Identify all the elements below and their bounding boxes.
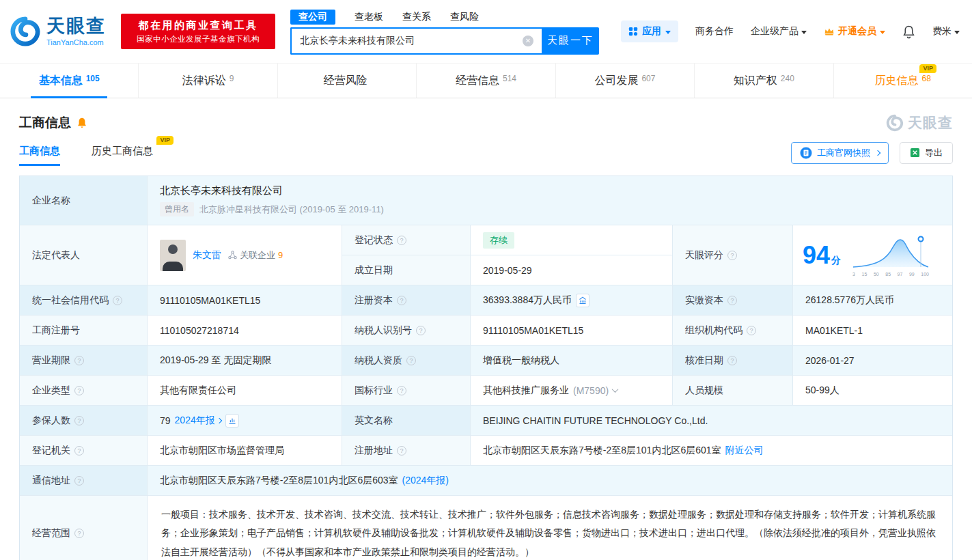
tab-operation-risk[interactable]: 经营风险 (277, 64, 416, 98)
field-value-mail-address: 北京市朝阳区天辰东路7号楼-2至8层101内北区6层603室 (2024年报) (148, 466, 952, 496)
search-input[interactable] (290, 27, 542, 55)
help-icon[interactable] (727, 251, 737, 260)
header-menu: 应用 商务合作 企业级产品 开通会员 (621, 20, 960, 42)
export-button[interactable]: 导出 (900, 142, 953, 164)
field-value-industry: 其他科技推广服务业 (M7590) (471, 376, 673, 406)
logo-swirl-icon (10, 16, 41, 47)
username-label: 费米 (932, 25, 952, 38)
capital-structure-icon[interactable] (576, 294, 589, 307)
search-area: 查公司 查老板 查关系 查风险 ✕ 天眼一下 (290, 9, 599, 55)
help-icon[interactable] (397, 296, 406, 305)
field-label-staff-size: 人员规模 (673, 376, 793, 406)
official-snapshot-button[interactable]: 工商官网快照 (791, 142, 889, 164)
field-label-industry: 国标行业 (342, 376, 471, 406)
tab-intellectual-property[interactable]: 知识产权 240 (694, 64, 833, 98)
business-cooperation-link[interactable]: 商务合作 (695, 25, 734, 38)
field-label-reg-no: 工商注册号 (20, 316, 148, 346)
help-icon[interactable] (74, 446, 84, 456)
help-icon[interactable] (74, 386, 84, 395)
field-value-score: 94 分 (793, 225, 952, 285)
field-label-authority: 登记机关 (20, 436, 148, 466)
help-icon[interactable] (74, 476, 84, 486)
help-icon[interactable] (74, 356, 84, 365)
chevron-right-icon (216, 417, 221, 423)
field-value-english-name: BEIJING CHAITIN FUTURE TECHNOLOGY Co.,Lt… (471, 406, 952, 436)
watermark-text: 天眼查 (908, 113, 953, 132)
field-label-credit-code: 统一社会信用代码 (20, 285, 148, 316)
help-icon[interactable] (397, 386, 406, 395)
help-icon[interactable] (416, 326, 426, 335)
tab-company-development[interactable]: 公司发展 607 (555, 64, 694, 98)
page: 天眼查 TianYanCha.com 都在用的商业查询工具 国家中小企业发展子基… (0, 0, 972, 560)
enterprise-product-menu[interactable]: 企业级产品 (751, 25, 807, 38)
search-tab-company[interactable]: 查公司 (290, 10, 335, 25)
chevron-down-icon[interactable] (612, 386, 619, 393)
field-value-legal-rep: 朱文雷 关联企业 9 (148, 225, 342, 285)
nearby-companies-link[interactable]: 附近公司 (725, 445, 764, 457)
help-icon[interactable] (406, 356, 416, 365)
tab-legal-litigation[interactable]: 法律诉讼 9 (138, 64, 277, 98)
related-companies-link[interactable]: 关联企业 9 (228, 249, 283, 262)
user-menu[interactable]: 费米 (932, 25, 960, 38)
crown-icon (824, 27, 835, 36)
chevron-right-icon (875, 150, 880, 155)
subtab-business-info[interactable]: 工商信息 (19, 139, 60, 166)
related-network-icon (228, 251, 237, 260)
score-distribution-chart: 31550859799100 (850, 234, 931, 277)
tab-basic-info[interactable]: 基本信息 105 (0, 64, 138, 98)
logo-title: 天眼查 (46, 17, 106, 36)
help-icon[interactable] (74, 529, 84, 538)
business-info-section: 工商信息 天眼查 工商信息 历史工商信息 VIP (0, 113, 972, 560)
top-bar: 天眼查 TianYanCha.com 都在用的商业查询工具 国家中小企业发展子基… (0, 0, 972, 63)
field-value-reg-status: 存续 (471, 225, 673, 255)
subscribe-bell-icon[interactable] (77, 117, 87, 129)
chevron-down-icon (665, 31, 671, 34)
help-icon[interactable] (113, 296, 122, 305)
tab-history-info[interactable]: 历史信息 68 VIP (833, 64, 972, 98)
snapshot-icon (800, 147, 812, 159)
search-button[interactable]: 天眼一下 (542, 27, 599, 55)
field-label-approval-date: 核准日期 (673, 346, 793, 376)
field-value-tax-quality: 增值税一般纳税人 (471, 346, 673, 376)
clear-icon[interactable]: ✕ (523, 36, 533, 46)
search-tab-boss[interactable]: 查老板 (355, 11, 383, 23)
vip-badge: VIP (919, 64, 936, 73)
banner-line1: 都在用的商业查询工具 (139, 19, 258, 32)
tab-operation-info[interactable]: 经营信息 514 (416, 64, 555, 98)
help-icon[interactable] (727, 296, 737, 305)
tianyancha-logo[interactable]: 天眼查 TianYanCha.com (10, 16, 106, 47)
help-icon[interactable] (727, 356, 737, 365)
help-icon[interactable] (397, 446, 406, 456)
field-label-paid-capital: 实缴资本 (673, 285, 793, 316)
field-value-reg-address: 北京市朝阳区天辰东路7号楼-2至8层101内北区6层601室 附近公司 (471, 436, 952, 466)
vip-upgrade-link[interactable]: 开通会员 (824, 25, 885, 38)
related-count: 9 (278, 250, 283, 260)
chevron-down-icon (880, 31, 885, 34)
field-value-insured: 79 2024年报 (148, 406, 342, 436)
help-icon[interactable] (397, 236, 406, 245)
section-header: 工商信息 天眼查 (19, 113, 953, 132)
field-label-reg-address: 注册地址 (342, 436, 471, 466)
legal-rep-avatar[interactable] (160, 240, 186, 271)
annual-report-link[interactable]: (2024年报) (402, 475, 449, 487)
legal-rep-link[interactable]: 朱文雷 (193, 249, 221, 262)
notification-bell[interactable] (902, 25, 915, 39)
business-info-table: 企业名称 北京长亭未来科技有限公司 曾用名 北京脉冲星科技有限公司 (2019-… (19, 176, 953, 560)
field-label-company-type: 企业类型 (20, 376, 148, 406)
logo-subtitle: TianYanCha.com (46, 38, 106, 46)
watermark-swirl-icon (886, 114, 904, 132)
score-axis-labels: 31550859799100 (850, 272, 931, 277)
company-nav-tabs: 基本信息 105 法律诉讼 9 经营风险 经营信息 514 公司发展 (0, 63, 972, 98)
subtab-history-business-info[interactable]: 历史工商信息 VIP (92, 139, 153, 166)
help-icon[interactable] (747, 326, 756, 335)
apps-menu[interactable]: 应用 (621, 20, 678, 42)
field-label-legal-rep: 法定代表人 (20, 225, 148, 285)
search-tab-risk[interactable]: 查风险 (450, 11, 479, 23)
insured-trend-icon[interactable] (225, 414, 239, 428)
field-label-english-name: 英文名称 (342, 406, 471, 436)
help-icon[interactable] (74, 416, 84, 425)
field-label-reg-capital: 注册资本 (342, 285, 471, 316)
company-name: 北京长亭未来科技有限公司 (160, 184, 283, 197)
search-tab-relation[interactable]: 查关系 (402, 11, 431, 23)
annual-report-link[interactable]: 2024年报 (175, 415, 221, 427)
